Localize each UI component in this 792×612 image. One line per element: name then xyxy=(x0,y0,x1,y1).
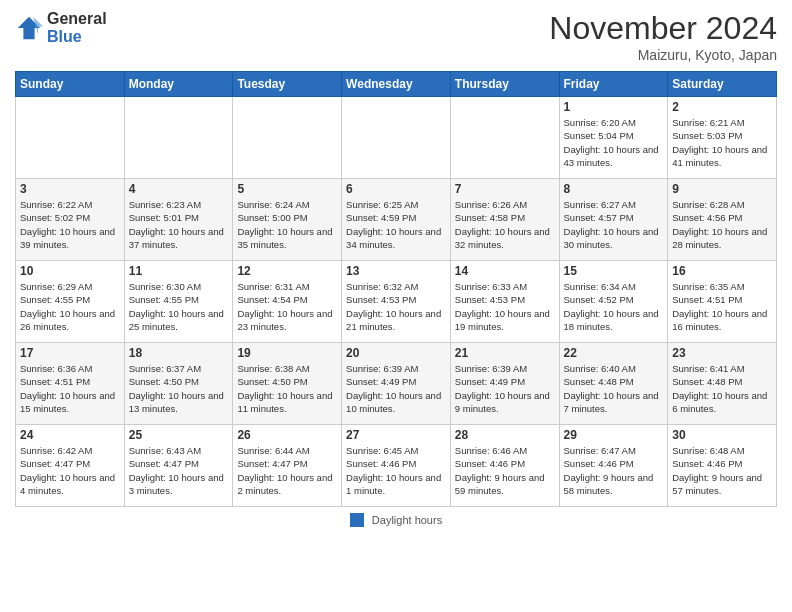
day-info: Sunrise: 6:27 AM Sunset: 4:57 PM Dayligh… xyxy=(564,198,664,251)
location: Maizuru, Kyoto, Japan xyxy=(549,47,777,63)
calendar-cell: 10Sunrise: 6:29 AM Sunset: 4:55 PM Dayli… xyxy=(16,261,125,343)
day-info: Sunrise: 6:30 AM Sunset: 4:55 PM Dayligh… xyxy=(129,280,229,333)
month-title: November 2024 xyxy=(549,10,777,47)
calendar-cell: 14Sunrise: 6:33 AM Sunset: 4:53 PM Dayli… xyxy=(450,261,559,343)
day-number: 17 xyxy=(20,346,120,360)
day-info: Sunrise: 6:31 AM Sunset: 4:54 PM Dayligh… xyxy=(237,280,337,333)
day-info: Sunrise: 6:32 AM Sunset: 4:53 PM Dayligh… xyxy=(346,280,446,333)
day-number: 21 xyxy=(455,346,555,360)
day-info: Sunrise: 6:22 AM Sunset: 5:02 PM Dayligh… xyxy=(20,198,120,251)
day-info: Sunrise: 6:34 AM Sunset: 4:52 PM Dayligh… xyxy=(564,280,664,333)
title-block: November 2024 Maizuru, Kyoto, Japan xyxy=(549,10,777,63)
calendar-header: SundayMondayTuesdayWednesdayThursdayFrid… xyxy=(16,72,777,97)
calendar-cell: 5Sunrise: 6:24 AM Sunset: 5:00 PM Daylig… xyxy=(233,179,342,261)
day-info: Sunrise: 6:25 AM Sunset: 4:59 PM Dayligh… xyxy=(346,198,446,251)
day-number: 6 xyxy=(346,182,446,196)
day-number: 3 xyxy=(20,182,120,196)
calendar-cell: 22Sunrise: 6:40 AM Sunset: 4:48 PM Dayli… xyxy=(559,343,668,425)
day-info: Sunrise: 6:41 AM Sunset: 4:48 PM Dayligh… xyxy=(672,362,772,415)
calendar-cell: 11Sunrise: 6:30 AM Sunset: 4:55 PM Dayli… xyxy=(124,261,233,343)
logo-text: General Blue xyxy=(47,10,107,45)
calendar-cell: 4Sunrise: 6:23 AM Sunset: 5:01 PM Daylig… xyxy=(124,179,233,261)
logo-icon xyxy=(15,14,43,42)
calendar-cell: 9Sunrise: 6:28 AM Sunset: 4:56 PM Daylig… xyxy=(668,179,777,261)
day-number: 1 xyxy=(564,100,664,114)
day-number: 14 xyxy=(455,264,555,278)
week-row: 10Sunrise: 6:29 AM Sunset: 4:55 PM Dayli… xyxy=(16,261,777,343)
day-number: 13 xyxy=(346,264,446,278)
calendar-cell: 28Sunrise: 6:46 AM Sunset: 4:46 PM Dayli… xyxy=(450,425,559,507)
day-info: Sunrise: 6:24 AM Sunset: 5:00 PM Dayligh… xyxy=(237,198,337,251)
day-info: Sunrise: 6:26 AM Sunset: 4:58 PM Dayligh… xyxy=(455,198,555,251)
day-number: 22 xyxy=(564,346,664,360)
week-row: 17Sunrise: 6:36 AM Sunset: 4:51 PM Dayli… xyxy=(16,343,777,425)
calendar-cell: 29Sunrise: 6:47 AM Sunset: 4:46 PM Dayli… xyxy=(559,425,668,507)
calendar-cell: 25Sunrise: 6:43 AM Sunset: 4:47 PM Dayli… xyxy=(124,425,233,507)
day-info: Sunrise: 6:36 AM Sunset: 4:51 PM Dayligh… xyxy=(20,362,120,415)
day-number: 8 xyxy=(564,182,664,196)
calendar-cell: 6Sunrise: 6:25 AM Sunset: 4:59 PM Daylig… xyxy=(342,179,451,261)
weekday-header: Friday xyxy=(559,72,668,97)
logo-blue: Blue xyxy=(47,28,107,46)
day-info: Sunrise: 6:39 AM Sunset: 4:49 PM Dayligh… xyxy=(346,362,446,415)
day-number: 5 xyxy=(237,182,337,196)
day-number: 30 xyxy=(672,428,772,442)
week-row: 1Sunrise: 6:20 AM Sunset: 5:04 PM Daylig… xyxy=(16,97,777,179)
week-row: 3Sunrise: 6:22 AM Sunset: 5:02 PM Daylig… xyxy=(16,179,777,261)
day-number: 12 xyxy=(237,264,337,278)
week-row: 24Sunrise: 6:42 AM Sunset: 4:47 PM Dayli… xyxy=(16,425,777,507)
day-number: 11 xyxy=(129,264,229,278)
footer: Daylight hours xyxy=(15,513,777,527)
day-number: 15 xyxy=(564,264,664,278)
day-info: Sunrise: 6:29 AM Sunset: 4:55 PM Dayligh… xyxy=(20,280,120,333)
logo: General Blue xyxy=(15,10,107,45)
weekday-header: Monday xyxy=(124,72,233,97)
calendar-cell xyxy=(16,97,125,179)
calendar-cell: 19Sunrise: 6:38 AM Sunset: 4:50 PM Dayli… xyxy=(233,343,342,425)
day-info: Sunrise: 6:21 AM Sunset: 5:03 PM Dayligh… xyxy=(672,116,772,169)
calendar-cell xyxy=(342,97,451,179)
calendar-cell: 12Sunrise: 6:31 AM Sunset: 4:54 PM Dayli… xyxy=(233,261,342,343)
day-number: 4 xyxy=(129,182,229,196)
calendar-cell: 27Sunrise: 6:45 AM Sunset: 4:46 PM Dayli… xyxy=(342,425,451,507)
calendar-cell: 21Sunrise: 6:39 AM Sunset: 4:49 PM Dayli… xyxy=(450,343,559,425)
weekday-header: Saturday xyxy=(668,72,777,97)
weekday-header: Thursday xyxy=(450,72,559,97)
weekday-row: SundayMondayTuesdayWednesdayThursdayFrid… xyxy=(16,72,777,97)
day-number: 19 xyxy=(237,346,337,360)
day-number: 7 xyxy=(455,182,555,196)
calendar-cell: 1Sunrise: 6:20 AM Sunset: 5:04 PM Daylig… xyxy=(559,97,668,179)
calendar-cell: 7Sunrise: 6:26 AM Sunset: 4:58 PM Daylig… xyxy=(450,179,559,261)
calendar-cell xyxy=(124,97,233,179)
day-info: Sunrise: 6:44 AM Sunset: 4:47 PM Dayligh… xyxy=(237,444,337,497)
day-info: Sunrise: 6:43 AM Sunset: 4:47 PM Dayligh… xyxy=(129,444,229,497)
day-info: Sunrise: 6:46 AM Sunset: 4:46 PM Dayligh… xyxy=(455,444,555,497)
calendar-cell xyxy=(233,97,342,179)
calendar-cell: 2Sunrise: 6:21 AM Sunset: 5:03 PM Daylig… xyxy=(668,97,777,179)
day-number: 27 xyxy=(346,428,446,442)
weekday-header: Wednesday xyxy=(342,72,451,97)
day-info: Sunrise: 6:37 AM Sunset: 4:50 PM Dayligh… xyxy=(129,362,229,415)
day-info: Sunrise: 6:42 AM Sunset: 4:47 PM Dayligh… xyxy=(20,444,120,497)
day-number: 16 xyxy=(672,264,772,278)
weekday-header: Tuesday xyxy=(233,72,342,97)
calendar-cell: 24Sunrise: 6:42 AM Sunset: 4:47 PM Dayli… xyxy=(16,425,125,507)
page: General Blue November 2024 Maizuru, Kyot… xyxy=(0,0,792,537)
calendar-body: 1Sunrise: 6:20 AM Sunset: 5:04 PM Daylig… xyxy=(16,97,777,507)
day-info: Sunrise: 6:47 AM Sunset: 4:46 PM Dayligh… xyxy=(564,444,664,497)
day-number: 29 xyxy=(564,428,664,442)
day-info: Sunrise: 6:38 AM Sunset: 4:50 PM Dayligh… xyxy=(237,362,337,415)
day-info: Sunrise: 6:48 AM Sunset: 4:46 PM Dayligh… xyxy=(672,444,772,497)
legend-label: Daylight hours xyxy=(372,514,442,526)
day-number: 9 xyxy=(672,182,772,196)
calendar-cell: 26Sunrise: 6:44 AM Sunset: 4:47 PM Dayli… xyxy=(233,425,342,507)
day-info: Sunrise: 6:23 AM Sunset: 5:01 PM Dayligh… xyxy=(129,198,229,251)
calendar-cell: 20Sunrise: 6:39 AM Sunset: 4:49 PM Dayli… xyxy=(342,343,451,425)
calendar-cell: 13Sunrise: 6:32 AM Sunset: 4:53 PM Dayli… xyxy=(342,261,451,343)
day-number: 28 xyxy=(455,428,555,442)
day-info: Sunrise: 6:20 AM Sunset: 5:04 PM Dayligh… xyxy=(564,116,664,169)
day-info: Sunrise: 6:35 AM Sunset: 4:51 PM Dayligh… xyxy=(672,280,772,333)
calendar-cell: 18Sunrise: 6:37 AM Sunset: 4:50 PM Dayli… xyxy=(124,343,233,425)
calendar-cell: 17Sunrise: 6:36 AM Sunset: 4:51 PM Dayli… xyxy=(16,343,125,425)
day-number: 25 xyxy=(129,428,229,442)
